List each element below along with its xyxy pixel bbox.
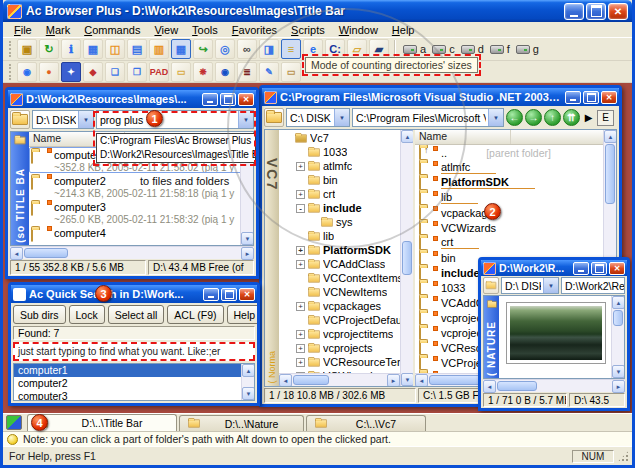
view-thumbnails-icon[interactable]: ▦ — [83, 39, 103, 59]
folder-view-icon[interactable]: ▣ — [17, 39, 37, 59]
scrollbar-thumb[interactable] — [613, 310, 623, 326]
scroll-up-icon[interactable] — [401, 130, 414, 143]
dir-size-mode-icon[interactable]: ≡ — [281, 39, 301, 59]
file-row[interactable]: .. [parent folder] — [415, 145, 616, 160]
scrollbar-thumb[interactable] — [497, 381, 537, 391]
chevron-down-icon[interactable] — [334, 109, 349, 126]
menu-item[interactable]: Help — [385, 23, 422, 37]
maxthon-icon[interactable]: ✦ — [61, 62, 81, 82]
view-details-icon[interactable]: ▦ — [171, 39, 191, 59]
nav-more-button[interactable] — [582, 110, 595, 126]
file-row[interactable]: atlmfc — [415, 160, 616, 175]
search-button[interactable]: Lock — [69, 305, 105, 324]
path-suggestion-item[interactable]: C:\Program Files\Ac Browser Plus — [97, 134, 255, 148]
tree-expander[interactable] — [296, 274, 305, 283]
file-row[interactable]: computer3 ~265.0 KB, 2005-02-11 21:58:32… — [29, 199, 253, 225]
scroll-up-icon[interactable] — [242, 364, 255, 377]
photo-thumbnail[interactable] — [507, 303, 605, 363]
left-maximize-button[interactable] — [220, 93, 236, 106]
right-drive-selector[interactable]: C:\ DISK — [286, 108, 350, 127]
preview-vertical-scrollbar[interactable] — [611, 296, 624, 378]
preview-drive-selector[interactable]: D:\ DISK — [501, 277, 559, 294]
right-minimize-button[interactable] — [565, 91, 581, 104]
window-list-icon[interactable] — [6, 415, 22, 430]
quick-preview-icon[interactable]: ◎ — [215, 39, 235, 59]
tree-expander[interactable] — [283, 134, 292, 143]
tree-row[interactable]: - include — [279, 201, 413, 215]
search-maximize-button[interactable] — [221, 288, 237, 301]
chevron-down-icon[interactable] — [543, 278, 558, 293]
chevron-down-icon[interactable] — [488, 109, 503, 126]
drive-g-button[interactable]: g — [513, 39, 542, 59]
resize-grip[interactable] — [617, 450, 630, 463]
file-row[interactable]: VCWizards — [415, 220, 616, 235]
menu-item[interactable]: Favorites — [225, 23, 284, 37]
tree-expander[interactable]: + — [296, 162, 305, 171]
tree-expander[interactable] — [296, 316, 305, 325]
search-result-row[interactable]: computer1 — [14, 364, 254, 377]
scroll-left-icon[interactable] — [415, 374, 428, 386]
folder-tab[interactable]: D:\..\Title Bar — [27, 414, 177, 431]
view-list-icon[interactable]: ▥ — [149, 39, 169, 59]
menu-item[interactable]: Scripts — [284, 23, 332, 37]
tree-expander[interactable]: - — [296, 204, 305, 213]
media-player-icon[interactable]: ◉ — [215, 62, 235, 82]
scroll-right-icon[interactable] — [612, 380, 625, 393]
nav-forward-button[interactable] — [525, 109, 542, 126]
nav-up-button[interactable] — [544, 109, 561, 126]
scrollbar-thumb[interactable] — [293, 375, 329, 385]
right-maximize-button[interactable] — [583, 91, 599, 104]
scroll-down-icon[interactable] — [242, 387, 255, 400]
scroll-down-icon[interactable] — [612, 365, 624, 378]
scrollbar-thumb[interactable] — [402, 241, 412, 275]
folder-tree-button[interactable] — [483, 277, 499, 294]
go-to-folder-icon[interactable]: ↪ — [193, 39, 213, 59]
folder-tan-icon[interactable]: ▭ — [281, 62, 301, 82]
tree-expander[interactable]: + — [296, 302, 305, 311]
search-titlebar[interactable]: Ac Quick Search in D:\Work... — [11, 285, 257, 303]
menu-item[interactable]: Tools — [185, 23, 225, 37]
preview-maximize-button[interactable] — [591, 262, 607, 275]
tree-row[interactable]: + VCResourceTempla — [279, 355, 413, 369]
firefox-icon[interactable]: ● — [39, 62, 59, 82]
folder-tree-button[interactable] — [10, 110, 30, 129]
preview-path-combo[interactable]: D:\Work2\Re — [561, 277, 625, 294]
tree-row[interactable]: VCNewItems — [279, 285, 413, 299]
tree-row[interactable]: sys — [279, 215, 413, 229]
file-row[interactable]: vcpackages — [415, 205, 616, 220]
tree-row[interactable]: VCProjectDefaults — [279, 313, 413, 327]
path-suggestion-item[interactable]: D:\Work2\Resources\Images\Title Bar — [97, 148, 255, 162]
menu-item[interactable]: View — [147, 23, 185, 37]
scroll-up-icon[interactable] — [612, 296, 624, 309]
maximize-button[interactable] — [586, 3, 606, 20]
tree-expander[interactable]: + — [296, 330, 305, 339]
search-button[interactable]: Help — [227, 305, 257, 324]
tree-row[interactable]: bin — [279, 173, 413, 187]
tree-expander[interactable]: + — [296, 190, 305, 199]
tree-expander[interactable] — [309, 218, 318, 227]
tree-expander[interactable] — [296, 232, 305, 241]
search-vertical-scrollbar[interactable] — [241, 364, 254, 400]
menu-item[interactable]: Mark — [39, 23, 77, 37]
view-icons-icon[interactable]: ▤ — [127, 39, 147, 59]
color-picker-icon[interactable]: ◆ — [83, 62, 103, 82]
chevron-down-icon[interactable] — [78, 111, 93, 128]
file-row[interactable]: computer4 — [29, 225, 253, 245]
tree-row[interactable]: Vc7 — [279, 131, 413, 145]
right-panel-titlebar[interactable]: C:\Program Files\Microsoft Visual Studio… — [262, 88, 619, 106]
close-button[interactable] — [608, 3, 628, 20]
folder-tab[interactable]: D:\..\Nature — [179, 415, 304, 431]
tree-row[interactable]: + vcprojects — [279, 341, 413, 355]
file-row[interactable]: PlatformSDK — [415, 175, 616, 190]
refresh-icon[interactable]: ↻ — [39, 39, 59, 59]
preview-titlebar[interactable]: D:\Work2\R... — [481, 260, 627, 276]
search-button[interactable]: Select all — [108, 305, 165, 324]
tree-expander[interactable] — [296, 288, 305, 297]
search-result-row[interactable]: computer3 — [14, 390, 254, 401]
folder-yellow-icon[interactable]: ▭ — [171, 62, 191, 82]
tree-row[interactable]: + PlatformSDK — [279, 243, 413, 257]
file-row[interactable]: lib — [415, 190, 616, 205]
left-horizontal-scrollbar[interactable] — [10, 246, 254, 259]
scrollbar-thumb[interactable] — [605, 144, 615, 204]
nav-back-button[interactable] — [506, 109, 523, 126]
